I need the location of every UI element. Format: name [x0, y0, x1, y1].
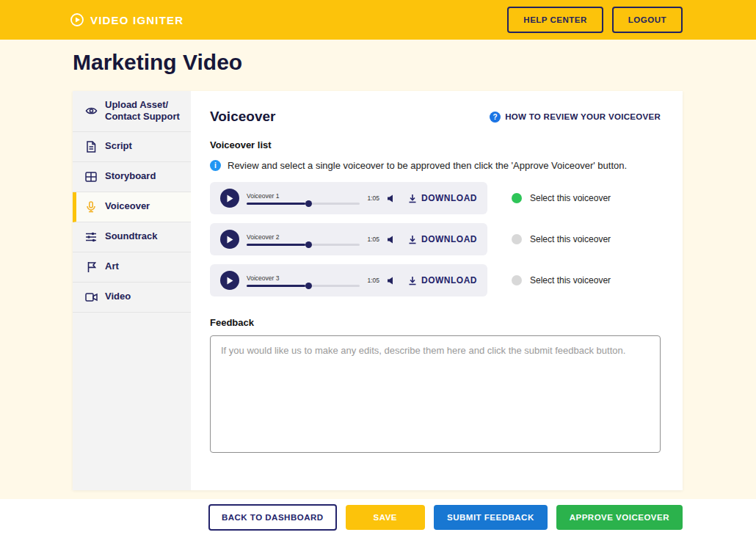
audio-player: Voiceover 1 1:05 DOWNLOAD: [210, 182, 487, 214]
sidebar-item-label: Art: [105, 261, 119, 272]
download-label: DOWNLOAD: [421, 275, 477, 285]
storyboard-icon: [84, 170, 98, 183]
approve-voiceover-button[interactable]: APPROVE VOICEOVER: [556, 505, 683, 530]
voiceover-row: Voiceover 3 1:05 DOWNLOAD: [210, 264, 661, 296]
feedback-textarea[interactable]: [210, 335, 661, 453]
sidebar-item-label: Voiceover: [105, 200, 150, 212]
seek-handle[interactable]: [305, 200, 312, 207]
volume-icon[interactable]: [387, 194, 395, 203]
play-button[interactable]: [220, 189, 239, 208]
section-title: Voiceover: [210, 109, 275, 125]
voiceover-row: Voiceover 1 1:05 DOWNLOAD: [210, 182, 661, 214]
sidebar: Upload Asset/ Contact Support Script: [73, 91, 191, 490]
track-time: 1:05: [367, 277, 379, 284]
download-link[interactable]: DOWNLOAD: [408, 234, 477, 244]
select-label: Select this voiceover: [530, 193, 611, 203]
eye-icon: [84, 104, 98, 117]
save-button[interactable]: SAVE: [346, 505, 425, 530]
select-label: Select this voiceover: [530, 234, 611, 244]
help-center-button[interactable]: HELP CENTER: [507, 7, 603, 33]
info-circle-icon: i: [210, 160, 221, 171]
sidebar-item-upload-asset[interactable]: Upload Asset/ Contact Support: [73, 91, 191, 132]
sidebar-item-label: Soundtrack: [105, 230, 158, 242]
flag-icon: [84, 261, 98, 274]
sidebar-item-label: Storyboard: [105, 170, 156, 182]
download-label: DOWNLOAD: [421, 193, 477, 203]
top-bar: VIDEO IGNITER HELP CENTER LOGOUT: [0, 0, 756, 40]
voiceover-list-title: Voiceover list: [210, 139, 661, 150]
equalizer-icon: [84, 230, 98, 244]
select-voiceover-option[interactable]: Select this voiceover: [512, 193, 611, 203]
track-label: Voiceover 3: [247, 274, 360, 282]
download-label: DOWNLOAD: [421, 234, 477, 244]
seek-handle[interactable]: [305, 241, 312, 248]
select-label: Select this voiceover: [530, 275, 611, 285]
submit-feedback-button[interactable]: SUBMIT FEEDBACK: [434, 505, 548, 530]
sidebar-item-storyboard[interactable]: Storyboard: [73, 162, 191, 192]
video-camera-icon: [84, 291, 98, 304]
microphone-icon: [84, 200, 98, 214]
bottom-action-bar: BACK TO DASHBOARD SAVE SUBMIT FEEDBACK A…: [0, 499, 756, 535]
select-radio[interactable]: [512, 234, 522, 244]
sidebar-item-voiceover[interactable]: Voiceover: [73, 192, 191, 222]
download-link[interactable]: DOWNLOAD: [408, 193, 477, 203]
seek-handle[interactable]: [305, 283, 312, 289]
play-button[interactable]: [220, 271, 239, 290]
question-circle-icon: ?: [490, 112, 501, 123]
instruction-row: i Review and select a single voiceover t…: [210, 160, 661, 171]
voiceover-panel: Voiceover ? HOW TO REVIEW YOUR VOICEOVER…: [191, 91, 683, 490]
track-time: 1:05: [367, 236, 379, 243]
sidebar-item-label: Video: [105, 291, 131, 302]
audio-track[interactable]: Voiceover 3: [247, 274, 360, 287]
download-link[interactable]: DOWNLOAD: [408, 275, 477, 285]
play-button[interactable]: [220, 230, 239, 249]
select-voiceover-option[interactable]: Select this voiceover: [512, 234, 611, 244]
audio-player: Voiceover 3 1:05 DOWNLOAD: [210, 264, 487, 296]
voiceover-row: Voiceover 2 1:05 DOWNLOAD: [210, 223, 661, 255]
brand-logo: VIDEO IGNITER: [70, 12, 183, 27]
sidebar-item-soundtrack[interactable]: Soundtrack: [73, 222, 191, 252]
track-label: Voiceover 1: [247, 192, 360, 200]
audio-player: Voiceover 2 1:05 DOWNLOAD: [210, 223, 487, 255]
select-radio[interactable]: [512, 275, 522, 285]
page-title: Marketing Video: [73, 50, 242, 75]
select-voiceover-option[interactable]: Select this voiceover: [512, 275, 611, 285]
video-igniter-logo-icon: [70, 12, 84, 27]
sidebar-item-label: Script: [105, 140, 132, 152]
brand-name: VIDEO IGNITER: [90, 14, 183, 26]
volume-icon[interactable]: [387, 277, 395, 285]
audio-track[interactable]: Voiceover 1: [247, 192, 360, 205]
script-icon: [84, 140, 98, 153]
track-label: Voiceover 2: [247, 233, 360, 241]
back-to-dashboard-button[interactable]: BACK TO DASHBOARD: [208, 504, 337, 531]
download-icon: [408, 194, 417, 203]
select-radio[interactable]: [512, 193, 522, 203]
download-icon: [408, 235, 417, 244]
content-panel: Upload Asset/ Contact Support Script: [73, 91, 683, 490]
logout-button[interactable]: LOGOUT: [612, 7, 683, 33]
sidebar-item-art[interactable]: Art: [73, 252, 191, 283]
voiceover-players: Voiceover 1 1:05 DOWNLOAD: [210, 182, 661, 296]
how-to-review-label: HOW TO REVIEW YOUR VOICEOVER: [505, 112, 661, 121]
feedback-label: Feedback: [210, 317, 661, 328]
sidebar-item-script[interactable]: Script: [73, 132, 191, 162]
sidebar-item-label: Upload Asset/ Contact Support: [105, 99, 183, 123]
instruction-text: Review and select a single voiceover to …: [228, 160, 627, 171]
download-icon: [408, 276, 417, 285]
sidebar-item-video[interactable]: Video: [73, 283, 191, 313]
audio-track[interactable]: Voiceover 2: [247, 233, 360, 246]
track-time: 1:05: [367, 194, 379, 202]
how-to-review-link[interactable]: ? HOW TO REVIEW YOUR VOICEOVER: [490, 112, 661, 123]
volume-icon[interactable]: [387, 236, 395, 244]
